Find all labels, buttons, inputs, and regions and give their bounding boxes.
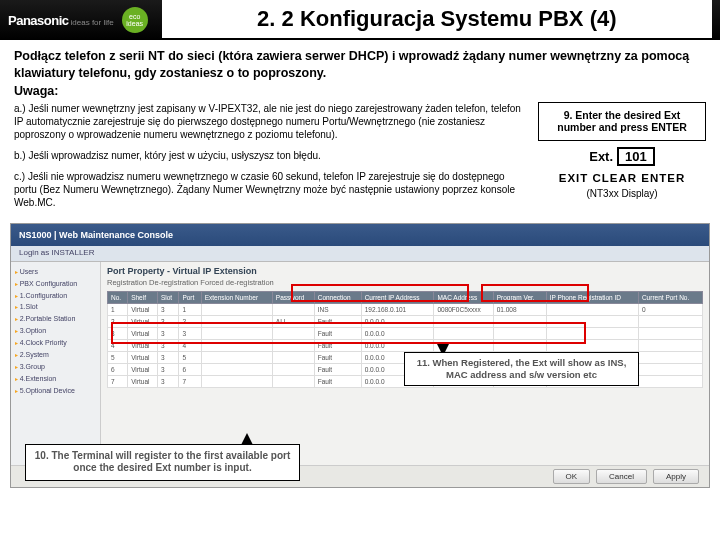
callout-10: 10. The Terminal will register to the fi… <box>25 444 300 481</box>
webmc-screenshot: NS1000 | Web Maintenance Console Login a… <box>10 223 710 488</box>
brand-logo: Panasonic <box>8 13 69 28</box>
note-a: a.) Jeśli numer wewnętrzny jest zapisany… <box>14 102 528 141</box>
nav-item[interactable]: PBX Configuration <box>15 278 96 290</box>
col-header: Current Port No. <box>638 291 702 303</box>
callout-11: 11. When Registered, the Ext will show a… <box>404 352 639 386</box>
nav-item[interactable]: 3.Option <box>15 325 96 337</box>
note-b: b.) Jeśli wprowadzisz numer, który jest … <box>14 149 528 162</box>
nav-item[interactable]: 1.Slot <box>15 301 96 313</box>
slide-title: 2. 2 Konfiguracja Systemu PBX (4) <box>162 0 712 40</box>
nav-item[interactable]: 3.Group <box>15 361 96 373</box>
cancel-button[interactable]: Cancel <box>596 469 647 484</box>
col-header: Slot <box>157 291 178 303</box>
content-area: Podłącz telefon z serii NT do sieci (któ… <box>0 40 720 217</box>
panel-title: Port Property - Virtual IP Extension <box>107 266 703 276</box>
nav-item[interactable]: 4.Clock Priority <box>15 337 96 349</box>
ext-label: Ext. <box>589 149 613 164</box>
step9-panel: 9. Enter the desired Ext number and pres… <box>538 102 706 217</box>
intro-text: Podłącz telefon z serii NT do sieci (któ… <box>14 48 706 82</box>
nav-item[interactable]: Users <box>15 266 96 278</box>
nav-item[interactable]: 1.Configuration <box>15 290 96 302</box>
step9-box: 9. Enter the desired Ext number and pres… <box>538 102 706 141</box>
col-header: Port <box>179 291 201 303</box>
nav-item[interactable]: 4.Extension <box>15 373 96 385</box>
note-c: c.) Jeśli nie wprowadzisz numeru wewnętr… <box>14 170 528 209</box>
ext-value: 101 <box>617 147 655 166</box>
phone-buttons: EXIT CLEAR ENTER <box>538 172 706 184</box>
nav-item[interactable]: 2.System <box>15 349 96 361</box>
nav-tree: UsersPBX Configuration1.Configuration1.S… <box>11 262 101 467</box>
col-header: No. <box>108 291 128 303</box>
display-label: (NT3xx Display) <box>538 188 706 199</box>
col-header: Extension Number <box>201 291 272 303</box>
login-bar: Login as INSTALLER <box>11 246 709 262</box>
apply-button[interactable]: Apply <box>653 469 699 484</box>
highlight-row <box>111 322 586 344</box>
nav-item[interactable]: 2.Portable Station <box>15 313 96 325</box>
nav-item[interactable]: 5.Optional Device <box>15 385 96 397</box>
highlight-col-conn <box>291 284 469 302</box>
window-titlebar: NS1000 | Web Maintenance Console <box>11 224 709 246</box>
notes-column: a.) Jeśli numer wewnętrzny jest zapisany… <box>14 102 528 217</box>
brand-tagline: ideas for life <box>71 18 114 27</box>
note-heading: Uwaga: <box>14 84 706 98</box>
ok-button[interactable]: OK <box>553 469 591 484</box>
table-row[interactable]: 1Virtual31INS192.168.0.1010080F0C5xxxx01… <box>108 303 703 315</box>
highlight-col-regid <box>481 284 589 302</box>
col-header: Shelf <box>128 291 158 303</box>
slide-header: Panasonic ideas for life eco ideas 2. 2 … <box>0 0 720 40</box>
eco-badge: eco ideas <box>122 7 148 33</box>
ext-display-line: Ext.101 <box>538 147 706 166</box>
